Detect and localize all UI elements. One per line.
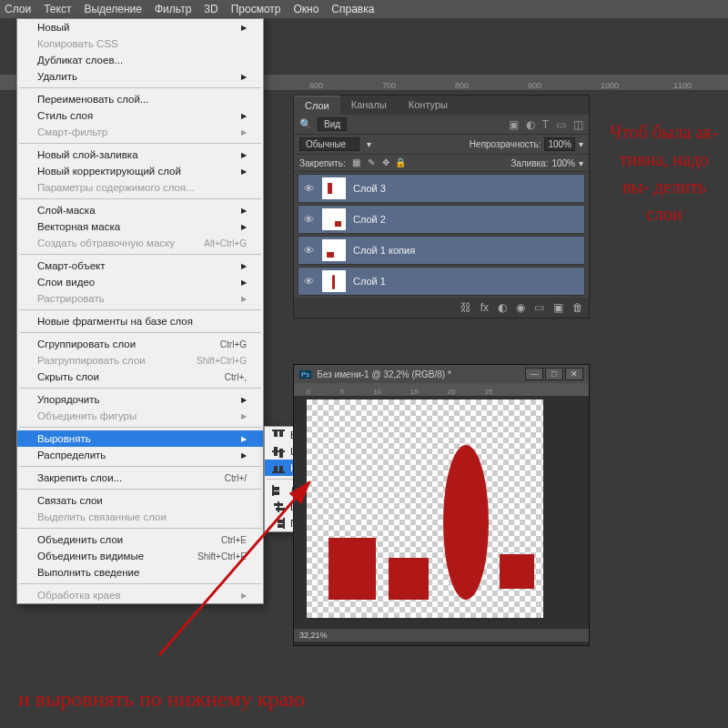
menu-view[interactable]: Просмотр (231, 3, 281, 15)
visibility-icon[interactable]: 👁 (302, 245, 315, 256)
layer-row[interactable]: 👁Слой 3 (298, 174, 585, 203)
close-button[interactable]: ✕ (565, 368, 583, 380)
menu-3d[interactable]: 3D (204, 3, 217, 15)
tab-channels[interactable]: Каналы (340, 96, 398, 115)
adjustment-icon[interactable]: ◉ (516, 301, 525, 314)
doc-title: Без имени-1 @ 32,2% (RGB/8) * (317, 369, 450, 379)
visibility-icon[interactable]: 👁 (302, 183, 315, 194)
mask-icon[interactable]: ◐ (498, 301, 507, 314)
lock-move-icon[interactable]: ✥ (380, 157, 391, 168)
menu-item[interactable]: Переименовать слой... (17, 91, 263, 107)
fill-label: Заливка: (511, 158, 548, 168)
menu-item: Смарт-фильтр (17, 124, 263, 140)
menu-item: Параметры содержимого слоя... (17, 179, 263, 196)
layer-thumbnail[interactable] (322, 270, 346, 292)
filter-image-icon[interactable]: ▣ (509, 118, 519, 131)
layers-panel: Слои Каналы Контуры 🔍 Вид ▣ ◐ T ▭ ◫ Обыч… (293, 95, 590, 318)
doc-titlebar[interactable]: Ps Без имени-1 @ 32,2% (RGB/8) * — □ ✕ (294, 365, 589, 383)
menu-item[interactable]: Выровнять (17, 430, 263, 447)
tab-paths[interactable]: Контуры (398, 96, 459, 115)
menu-item[interactable]: Слои видео (17, 274, 263, 290)
align-right-icon (272, 518, 285, 529)
layer-thumbnail[interactable] (322, 208, 346, 230)
menu-item[interactable]: Сгруппировать слоиCtrl+G (17, 336, 263, 352)
menu-window[interactable]: Окно (293, 3, 318, 15)
filter-select[interactable]: Вид (318, 117, 347, 131)
lock-pixels-icon[interactable]: ▦ (351, 157, 362, 168)
visibility-icon[interactable]: 👁 (302, 276, 315, 287)
minimize-button[interactable]: — (525, 368, 543, 380)
annotation-right: Чтоб была ак- тивна, надо вы- делить сло… (610, 118, 719, 228)
blend-mode-select[interactable]: Обычные (299, 137, 359, 151)
zoom-value[interactable]: 32,21% (299, 631, 328, 640)
shape-rect-2 (389, 558, 429, 600)
canvas[interactable] (307, 399, 543, 618)
menu-item[interactable]: Дубликат слоев... (17, 52, 263, 68)
shape-rect-1 (329, 538, 376, 600)
filter-adjust-icon[interactable]: ◐ (526, 118, 535, 131)
visibility-icon[interactable]: 👁 (302, 214, 315, 225)
panel-filter-row: 🔍 Вид ▣ ◐ T ▭ ◫ (294, 115, 589, 135)
layer-name[interactable]: Слой 2 (353, 214, 386, 225)
tab-layers[interactable]: Слои (294, 96, 340, 115)
menu-item: Выделить связанные слои (17, 509, 263, 525)
align-left-icon (272, 485, 285, 496)
filter-shape-icon[interactable]: ▭ (556, 118, 566, 131)
layer-name[interactable]: Слой 1 (353, 276, 386, 287)
lock-label: Закрепить: (299, 158, 346, 168)
menu-item[interactable]: Упорядочить (17, 391, 263, 408)
layer-thumbnail[interactable] (322, 177, 346, 199)
menu-item[interactable]: Выполнить сведение (17, 564, 263, 581)
ps-icon: Ps (299, 370, 311, 379)
layer-row[interactable]: 👁Слой 1 (298, 267, 585, 296)
menu-item: Обработка краев (17, 587, 263, 603)
lock-all-icon[interactable]: 🔒 (395, 157, 406, 168)
menu-text[interactable]: Текст (44, 3, 71, 15)
search-icon: 🔍 (299, 118, 312, 130)
align-hcenter-icon (272, 501, 285, 512)
trash-icon[interactable]: 🗑 (572, 301, 583, 314)
layer-thumbnail[interactable] (322, 239, 346, 261)
annotation-bottom: и выровнять по нижнему краю (18, 687, 305, 712)
layer-name[interactable]: Слой 1 копия (353, 245, 415, 256)
opacity-value[interactable]: 100% (544, 137, 575, 151)
new-layer-icon[interactable]: ▣ (553, 301, 563, 314)
menu-filter[interactable]: Фильтр (155, 3, 191, 15)
menu-selection[interactable]: Выделение (84, 3, 142, 15)
menu-item[interactable]: Удалить (17, 68, 263, 85)
menu-item[interactable]: Скрыть слоиCtrl+, (17, 369, 263, 385)
filter-smart-icon[interactable]: ◫ (573, 118, 583, 131)
fx-icon[interactable]: fx (480, 301, 489, 314)
menu-item[interactable]: Новые фрагменты на базе слоя (17, 313, 263, 329)
menu-item[interactable]: Новый слой-заливка (17, 147, 263, 163)
menu-item[interactable]: Стиль слоя (17, 107, 263, 124)
maximize-button[interactable]: □ (545, 368, 563, 380)
panel-blend-row: Обычные ▾ Непрозрачность: 100% ▾ (294, 135, 589, 155)
menu-layers[interactable]: Слои (5, 3, 31, 15)
link-icon[interactable]: ⛓ (460, 301, 471, 314)
menu-item[interactable]: Распределить (17, 447, 263, 463)
align-bottom-icon (272, 462, 285, 473)
panel-bottom-bar: ⛓ fx ◐ ◉ ▭ ▣ 🗑 (294, 298, 589, 318)
layer-row[interactable]: 👁Слой 2 (298, 205, 585, 234)
layer-row[interactable]: 👁Слой 1 копия (298, 236, 585, 265)
menu-help[interactable]: Справка (331, 3, 374, 15)
menu-item[interactable]: Смарт-объект (17, 258, 263, 274)
group-icon[interactable]: ▭ (534, 301, 544, 314)
canvas-area[interactable] (294, 396, 589, 629)
menu-item[interactable]: Векторная маска (17, 218, 263, 235)
menu-item: Объединить фигуры (17, 408, 263, 424)
layers-dropdown[interactable]: НовыйКопировать CSSДубликат слоев...Удал… (16, 18, 264, 604)
fill-value[interactable]: 100% (551, 158, 575, 168)
menu-item[interactable]: Слой-маска (17, 202, 263, 218)
doc-ruler: 0510 152025 (294, 383, 589, 396)
menu-item[interactable]: Закрепить слои...Ctrl+/ (17, 470, 263, 486)
menu-item[interactable]: Объединить слоиCtrl+E (17, 531, 263, 548)
menu-item[interactable]: Объединить видимыеShift+Ctrl+E (17, 548, 263, 564)
layer-name[interactable]: Слой 3 (353, 183, 386, 194)
menu-item[interactable]: Связать слои (17, 492, 263, 509)
filter-type-icon[interactable]: T (542, 118, 549, 131)
menu-item[interactable]: Новый корректирующий слой (17, 163, 263, 179)
menu-item[interactable]: Новый (17, 19, 263, 35)
lock-brush-icon[interactable]: ✎ (366, 157, 377, 168)
